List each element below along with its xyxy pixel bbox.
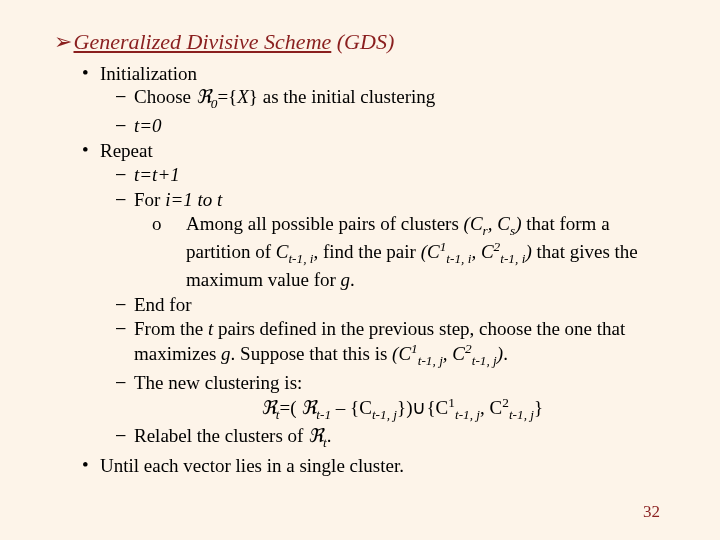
repeat-newclust: The new clustering is: ℜt=( ℜt-1 – {Ct-1… xyxy=(116,371,670,423)
among-sub: t-1, i xyxy=(288,251,313,266)
sub-0: 0 xyxy=(211,96,218,111)
for-pre: For xyxy=(134,189,165,210)
slide-root: ➢ Generalized Divisive Scheme (GDS) Init… xyxy=(0,0,720,540)
title-tail: (GDS) xyxy=(331,29,394,54)
for-cond: i=1 to t xyxy=(165,189,222,210)
pair-c12: (C1t-1, i, C2t-1, i) xyxy=(421,241,532,262)
arrow-icon: ➢ xyxy=(54,28,68,56)
eq-sub-j2: t-1, j xyxy=(455,407,480,422)
relabel-R: ℜ xyxy=(308,425,323,446)
among3: , find the pair xyxy=(314,241,421,262)
repeat-endfor: End for xyxy=(116,293,670,317)
equation: ℜt=( ℜt-1 – {Ct-1, j})∪{C1t-1, j, C2t-1,… xyxy=(134,395,670,424)
X-sym: X xyxy=(237,86,249,107)
among-C: C xyxy=(276,241,289,262)
from3: . Suppose that this is xyxy=(231,343,393,364)
eq-sup1: 1 xyxy=(448,395,455,410)
g-sym2: g xyxy=(221,343,231,364)
eq-R-t: ℜ xyxy=(261,397,276,418)
eq-comma: , C xyxy=(480,397,502,418)
among-line: o Among all possible pairs of clusters (… xyxy=(152,212,670,292)
init-t0: t=0 xyxy=(116,114,670,138)
eq-sub-tm1: t-1 xyxy=(316,407,331,422)
bullet-repeat: Repeat t=t+1 For i=1 to t o Among all po… xyxy=(82,139,670,451)
for-body: o Among all possible pairs of clusters (… xyxy=(152,212,670,292)
newclust-text: The new clustering is: xyxy=(134,372,302,393)
repeat-for: For i=1 to t o Among all possible pairs … xyxy=(116,188,670,292)
script-R-0: ℜ xyxy=(196,86,211,107)
relabel1: Relabel the clusters of xyxy=(134,425,308,446)
eq-sup2: 2 xyxy=(502,395,509,410)
tinc-text: t=t+1 xyxy=(134,164,180,185)
pair-j: (C1t-1, j, C2t-1, j) xyxy=(392,343,503,364)
title-underlined: Generalized Divisive Scheme xyxy=(74,29,332,54)
from1: From the xyxy=(134,318,208,339)
init-sublist: Choose ℜ0={X} as the initial clustering … xyxy=(116,85,670,137)
relabel2: . xyxy=(327,425,332,446)
eq-setclose: })∪{C xyxy=(397,397,448,418)
init-choose: Choose ℜ0={X} as the initial clustering xyxy=(116,85,670,112)
until-text: Until each vector lies in a single clust… xyxy=(100,455,404,476)
repeat-from: From the t pairs defined in the previous… xyxy=(116,317,670,369)
repeat-label: Repeat xyxy=(100,140,153,161)
init-choose-pre: Choose xyxy=(134,86,196,107)
period1: . xyxy=(350,269,355,290)
bullet-initialization: Initialization Choose ℜ0={X} as the init… xyxy=(82,62,670,138)
eq-sub-j3: t-1, j xyxy=(509,407,534,422)
endfor-text: End for xyxy=(134,294,192,315)
pair-crcs: (Cr, Cs) xyxy=(464,213,522,234)
repeat-sublist: t=t+1 For i=1 to t o Among all possible … xyxy=(116,163,670,452)
bullet-until: Until each vector lies in a single clust… xyxy=(82,454,670,478)
init-label: Initialization xyxy=(100,63,197,84)
among1: Among all possible pairs of clusters xyxy=(186,213,464,234)
eq-mid2: – {C xyxy=(331,397,372,418)
eq-sub-j1: t-1, j xyxy=(372,407,397,422)
t0-text: t=0 xyxy=(134,115,162,136)
eq-end: } xyxy=(534,397,543,418)
init-choose-post: as the initial clustering xyxy=(258,86,435,107)
eq-mid1: =( xyxy=(280,397,302,418)
o-icon: o xyxy=(152,212,162,236)
eq-R-tm1: ℜ xyxy=(301,397,316,418)
repeat-relabel: Relabel the clusters of ℜt. xyxy=(116,424,670,451)
period2: . xyxy=(503,343,508,364)
slide-title: ➢ Generalized Divisive Scheme (GDS) xyxy=(54,28,670,56)
g-sym: g xyxy=(341,269,351,290)
page-number: 32 xyxy=(643,501,660,522)
top-bullet-list: Initialization Choose ℜ0={X} as the init… xyxy=(82,62,670,478)
repeat-tinc: t=t+1 xyxy=(116,163,670,187)
